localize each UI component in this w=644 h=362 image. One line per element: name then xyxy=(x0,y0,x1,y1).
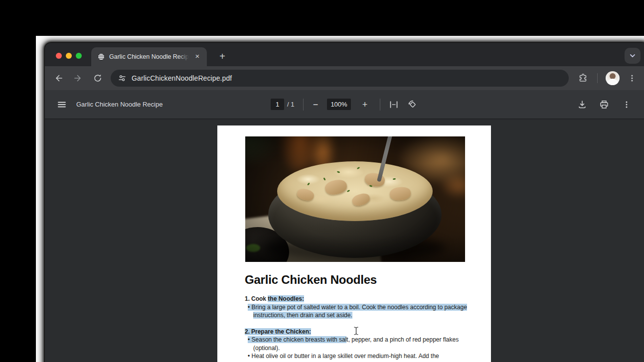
recipe-bullet: • Bring a large pot of salted water to a… xyxy=(245,303,472,320)
bullet-selected-text: Season the chicken breasts with sal xyxy=(252,336,347,343)
kebab-menu-icon xyxy=(622,100,631,109)
kebab-menu-icon xyxy=(628,74,637,83)
bullet-glyph: • xyxy=(248,304,250,311)
fit-to-width-button[interactable] xyxy=(386,97,402,113)
photo-vignette xyxy=(245,136,465,262)
pdf-document-title: Garlic Chicken Noodle Recipe xyxy=(76,101,162,108)
zoom-in-button[interactable]: + xyxy=(357,97,373,113)
pdf-more-options-button[interactable] xyxy=(619,97,635,113)
globe-favicon-icon xyxy=(97,53,105,61)
new-tab-button[interactable]: + xyxy=(215,50,229,64)
site-settings-icon[interactable] xyxy=(118,74,127,83)
bullet-glyph: • xyxy=(248,353,250,360)
pdf-page[interactable]: Garlic Chicken Noodles 1.Cook the Noodle… xyxy=(217,125,491,362)
bullet-selected-text: Bring a large pot of salted water to a b… xyxy=(252,304,467,319)
browser-window: Garlic Chicken Noodle Recipe × + GarlicC… xyxy=(45,43,644,362)
printer-icon xyxy=(599,100,609,110)
step-heading-selected-text: Prepare the Chicken: xyxy=(251,328,311,335)
toolbar-divider xyxy=(597,73,598,83)
step-number: 1. xyxy=(245,295,251,303)
bullet-text: Heat olive oil or butter in a large skil… xyxy=(252,353,439,360)
tab-title-fade xyxy=(178,47,191,66)
pdf-toolbar-divider-2 xyxy=(380,99,380,111)
pdf-toolbar-divider xyxy=(303,99,304,111)
step-number: 2. xyxy=(245,328,251,336)
tab-close-icon[interactable]: × xyxy=(192,51,203,62)
extensions-button[interactable] xyxy=(575,70,592,87)
download-button[interactable] xyxy=(574,97,590,113)
text-cursor-ibeam xyxy=(354,327,358,335)
print-button[interactable] xyxy=(596,97,612,113)
step-heading-selected-text: the Noodles: xyxy=(268,295,304,302)
pdf-toolbar: Garlic Chicken Noodle Recipe 1 / 1 − 100… xyxy=(45,90,644,119)
page-number-input[interactable]: 1 xyxy=(271,99,284,110)
pdf-viewer[interactable]: Garlic Chicken Noodles 1.Cook the Noodle… xyxy=(45,120,644,362)
rotate-counterclockwise-icon xyxy=(408,100,418,110)
recipe-bullet: • Season the chicken breasts with salt, … xyxy=(245,336,472,352)
close-window-button[interactable] xyxy=(56,53,62,59)
hamburger-icon xyxy=(57,100,67,110)
profile-avatar[interactable] xyxy=(606,71,620,85)
avatar-body-shape xyxy=(607,79,618,85)
bullet-glyph: • xyxy=(248,336,250,343)
step-heading-1: 1.Cook the Noodles: xyxy=(245,295,472,303)
chevron-down-icon xyxy=(629,52,636,59)
pdf-menu-button[interactable] xyxy=(54,97,70,113)
window-controls xyxy=(56,53,82,59)
address-bar[interactable]: GarlicChickenNoodleRecipe.pdf xyxy=(111,70,569,87)
reload-button[interactable] xyxy=(89,70,106,87)
tab-search-button[interactable] xyxy=(625,48,641,64)
minimize-window-button[interactable] xyxy=(66,53,72,59)
tab-title: Garlic Chicken Noodle Recipe xyxy=(109,53,189,60)
back-button[interactable] xyxy=(50,70,67,87)
rotate-button[interactable] xyxy=(405,97,421,113)
tab-strip: Garlic Chicken Noodle Recipe × + xyxy=(45,43,644,66)
zoom-out-button[interactable]: − xyxy=(308,97,323,113)
recipe-title: Garlic Chicken Noodles xyxy=(245,273,377,287)
step-heading-text: Cook xyxy=(251,295,268,302)
recipe-photo xyxy=(245,136,465,262)
forward-arrow-icon xyxy=(73,73,83,83)
recipe-bullet: • Heat olive oil or butter in a large sk… xyxy=(245,352,472,361)
page-count-label: / 1 xyxy=(287,101,294,108)
fullscreen-window-button[interactable] xyxy=(76,53,82,59)
browser-menu-button[interactable] xyxy=(624,70,641,87)
download-icon xyxy=(577,100,587,110)
back-arrow-icon xyxy=(53,73,63,83)
forward-button[interactable] xyxy=(70,70,87,87)
puzzle-icon xyxy=(578,73,588,83)
zoom-level-value[interactable]: 100% xyxy=(327,99,351,110)
browser-toolbar: GarlicChickenNoodleRecipe.pdf xyxy=(45,66,644,90)
url-text: GarlicChickenNoodleRecipe.pdf xyxy=(132,74,232,82)
fit-width-icon xyxy=(389,100,399,110)
reload-icon xyxy=(93,73,103,83)
